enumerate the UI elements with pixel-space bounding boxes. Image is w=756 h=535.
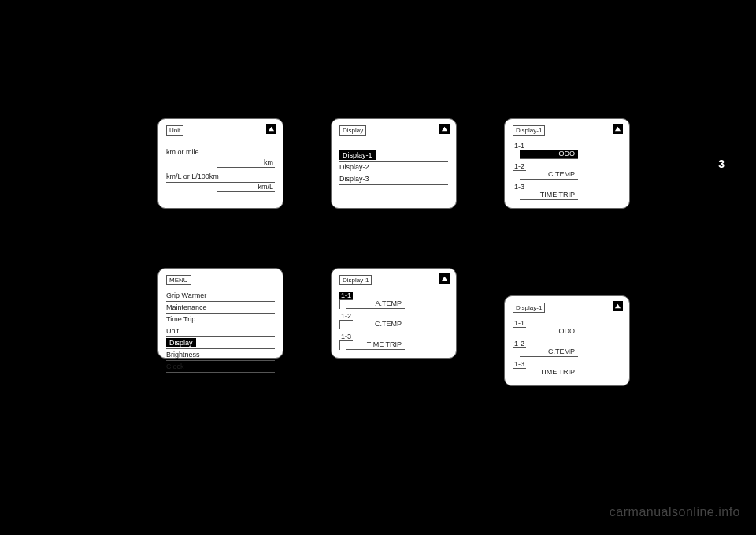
panel-display1-a: Display-1 1-1 ODO 1-2 C.TEMP 1-3 TIME TR… xyxy=(504,118,630,209)
slot-value: TIME TRIP xyxy=(520,368,578,377)
slot-value: C.TEMP xyxy=(346,320,405,329)
slot-3: 1-3 TIME TRIP xyxy=(339,333,448,350)
up-arrow-icon xyxy=(439,124,450,134)
up-arrow-icon xyxy=(266,124,276,134)
slot-1: 1-1 A.TEMP xyxy=(339,292,448,309)
panel-tag: Display-1 xyxy=(513,125,545,136)
panel-tag: Unit xyxy=(166,125,183,136)
slot-value: C.TEMP xyxy=(520,170,578,180)
menu-item-brightness: Brightness xyxy=(166,349,275,361)
panel-display: Display Display-1 Display-2 Display-3 xyxy=(331,118,457,209)
svg-marker-2 xyxy=(615,127,621,131)
svg-marker-1 xyxy=(442,127,447,131)
panel-row-1: Unit km or mile km km/L or L/100km km/L … xyxy=(0,118,756,209)
slot-1: 1-1 ODO xyxy=(513,142,621,159)
slot-value: TIME TRIP xyxy=(346,340,405,350)
panel-tag: MENU xyxy=(166,275,191,285)
display-option-1: Display-1 xyxy=(339,150,448,162)
slot-2: 1-2 C.TEMP xyxy=(513,340,621,357)
svg-marker-0 xyxy=(269,127,274,131)
panel-tag: Display-1 xyxy=(513,303,545,313)
menu-item-display: Display xyxy=(166,337,275,349)
slot-value: ODO xyxy=(520,150,578,159)
up-arrow-icon xyxy=(439,273,450,284)
unit-row-distance: km or mile xyxy=(166,147,275,158)
unit-row-fuel: km/L or L/100km xyxy=(166,171,275,183)
unit-value-distance: km xyxy=(217,158,275,168)
watermark-text: carmanualsonline.info xyxy=(610,505,740,519)
display-option-3: Display-3 xyxy=(339,173,448,185)
slot-1: 1-1 ODO xyxy=(513,319,621,336)
up-arrow-icon xyxy=(613,124,623,134)
slot-2: 1-2 C.TEMP xyxy=(339,312,448,329)
menu-item-time-trip: Time Trip xyxy=(166,314,275,325)
slot-value: TIME TRIP xyxy=(520,191,578,200)
menu-item-maintenance: Maintenance xyxy=(166,302,275,314)
panel-menu: MENU Grip Warmer Maintenance Time Trip U… xyxy=(158,268,284,359)
panel-tag: Display xyxy=(339,125,366,136)
panel-display1-b: Display-1 1-1 A.TEMP 1-2 C.TEMP 1-3 TIME… xyxy=(331,268,457,359)
slot-3: 1-3 TIME TRIP xyxy=(513,183,621,200)
panel-tag: Display-1 xyxy=(339,275,372,285)
slot-value: ODO xyxy=(520,327,578,336)
display-option-2: Display-2 xyxy=(339,162,448,173)
slot-3: 1-3 TIME TRIP xyxy=(513,360,621,377)
up-arrow-icon xyxy=(613,301,623,311)
slot-value: C.TEMP xyxy=(520,347,578,357)
menu-item-unit: Unit xyxy=(166,325,275,337)
panel-display1-c: Display-1 1-1 ODO 1-2 C.TEMP 1-3 TIME TR… xyxy=(504,295,630,386)
panel-unit: Unit km or mile km km/L or L/100km km/L xyxy=(158,118,284,209)
svg-marker-3 xyxy=(442,277,447,281)
panel-row-2: MENU Grip Warmer Maintenance Time Trip U… xyxy=(0,268,756,386)
menu-item-clock: Clock xyxy=(166,361,275,373)
slot-2: 1-2 C.TEMP xyxy=(513,162,621,180)
unit-value-fuel: km/L xyxy=(217,183,275,192)
slot-value: A.TEMP xyxy=(346,299,405,309)
menu-item-grip-warmer: Grip Warmer xyxy=(166,290,275,302)
svg-marker-4 xyxy=(615,304,621,308)
